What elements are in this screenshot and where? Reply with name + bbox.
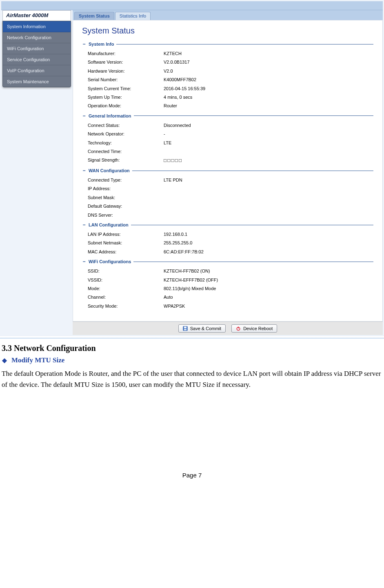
label: IP Address: <box>82 186 164 192</box>
value: LTE PDN <box>164 177 373 183</box>
tab-statistics-info[interactable]: Statistics Info <box>115 12 151 20</box>
section-rule <box>116 44 373 44</box>
label: Network Operator: <box>82 131 164 137</box>
value: - <box>164 131 373 137</box>
section-title: WAN Configuration <box>89 168 130 173</box>
svg-marker-5 <box>2 358 7 363</box>
value: 802.11(b/g/n) Mixed Mode <box>164 286 373 292</box>
value: KZTECH-FF7B02 (ON) <box>164 268 373 274</box>
value <box>164 195 373 201</box>
sidebar-item-service-configuration[interactable]: Service Configuration <box>3 54 71 65</box>
panel-system-status: System Status − System Info Manufacturer… <box>73 20 383 322</box>
value: 6C:AD:EF:FF:7B:02 <box>164 249 373 255</box>
section-title: WiFi Configurations <box>89 259 131 264</box>
label: Security Mode: <box>82 303 164 309</box>
router-admin-screenshot: AirMaster 4000M System Information Netwo… <box>0 0 384 336</box>
footer-toolbar: Save & Commit Device Reboot <box>73 322 383 335</box>
value: WPA2PSK <box>164 303 373 309</box>
value: KZTECH <box>164 51 373 57</box>
signal-strength-icon: □□□□□ <box>164 157 373 164</box>
value: V2.0.0B1317 <box>164 59 373 65</box>
sidebar: AirMaster 4000M System Information Netwo… <box>1 10 73 87</box>
value <box>164 149 373 155</box>
label: System Up Time: <box>82 94 164 100</box>
doc-paragraph: The default Operation Mode is Router, an… <box>2 368 382 390</box>
label: Mode: <box>82 286 164 292</box>
collapse-icon[interactable]: − <box>82 259 86 264</box>
save-commit-button[interactable]: Save & Commit <box>178 324 226 333</box>
value: Router <box>164 103 373 109</box>
sidebar-menu: System Information Network Configuration… <box>2 21 71 87</box>
value: K4000MFF7B02 <box>164 77 373 83</box>
label: Channel: <box>82 294 164 300</box>
label: LAN IP Address: <box>82 231 164 237</box>
value: LTE <box>164 140 373 146</box>
label: VSSID: <box>82 277 164 283</box>
section-wan-configuration: − WAN Configuration Connected Type:LTE P… <box>82 168 373 220</box>
svg-rect-1 <box>184 327 186 328</box>
label: MAC Address: <box>82 249 164 255</box>
save-icon <box>183 326 188 331</box>
section-system-info: − System Info Manufacturer:KZTECH Softwa… <box>82 41 373 111</box>
app-header-bar <box>1 1 383 10</box>
section-title: General Information <box>89 113 131 118</box>
document-divider <box>0 338 384 339</box>
value: 4 mins, 0 secs <box>164 94 373 100</box>
label: Connect Status: <box>82 122 164 129</box>
main-content: System Status Statistics Info System Sta… <box>73 10 383 335</box>
document-body: 3.3 Network Configuration Modify MTU Siz… <box>0 344 384 503</box>
label: Manufacturer: <box>82 51 164 57</box>
label: Software Version: <box>82 59 164 65</box>
label: Technology: <box>82 140 164 146</box>
collapse-icon[interactable]: − <box>82 168 86 173</box>
label: System Current Time: <box>82 86 164 92</box>
value <box>164 186 373 192</box>
label: Connected Time: <box>82 149 164 155</box>
label: SSID: <box>82 268 164 274</box>
tab-system-status[interactable]: System Status <box>74 12 114 20</box>
label: Hardware Version: <box>82 68 164 74</box>
label: Operation Mode: <box>82 103 164 109</box>
value: Auto <box>164 294 373 300</box>
section-rule <box>132 171 373 171</box>
doc-subheading-row: Modify MTU Size <box>2 356 382 364</box>
section-general-information: − General Information Connect Status:Dis… <box>82 113 373 165</box>
svg-rect-2 <box>184 329 186 331</box>
section-title: LAN Configuration <box>89 222 129 227</box>
section-lan-configuration: − LAN Configuration LAN IP Address:192.1… <box>82 222 373 256</box>
device-reboot-button[interactable]: Device Reboot <box>231 324 277 333</box>
page-title: System Status <box>82 26 373 36</box>
label: Subnet Netmask: <box>82 240 164 246</box>
sidebar-item-network-configuration[interactable]: Network Configuration <box>3 32 71 43</box>
page-number: Page 7 <box>2 472 382 479</box>
device-reboot-label: Device Reboot <box>243 326 273 331</box>
label: Serial Number: <box>82 77 164 83</box>
diamond-bullet-icon <box>2 357 7 363</box>
power-icon <box>236 326 241 331</box>
label: Signal Strength: <box>82 157 164 164</box>
section-wifi-configurations: − WiFi Configurations SSID:KZTECH-FF7B02… <box>82 259 373 311</box>
label: DNS Server: <box>82 212 164 218</box>
value <box>164 212 373 218</box>
value: 2016-04-15 16:55:39 <box>164 86 373 92</box>
label: Default Gateway: <box>82 203 164 209</box>
value: KZTECH-EFFF7B02 (OFF) <box>164 277 373 283</box>
collapse-icon[interactable]: − <box>82 222 86 228</box>
section-rule <box>131 225 373 225</box>
sidebar-item-voip-configuration[interactable]: VoIP Configuration <box>3 65 71 76</box>
tab-strip: System Status Statistics Info <box>73 10 383 20</box>
collapse-icon[interactable]: − <box>82 113 86 119</box>
sidebar-item-system-information[interactable]: System Information <box>3 21 71 32</box>
sidebar-item-wifi-configuration[interactable]: WiFi Configuration <box>3 43 71 54</box>
value: 255.255.255.0 <box>164 240 373 246</box>
section-rule <box>133 262 373 262</box>
section-rule <box>134 115 373 116</box>
save-commit-label: Save & Commit <box>190 326 221 331</box>
value <box>164 203 373 209</box>
sidebar-item-system-maintenance[interactable]: System Maintenance <box>3 76 71 87</box>
value: 192.168.0.1 <box>164 231 373 237</box>
collapse-icon[interactable]: − <box>82 41 86 47</box>
value: V2.0 <box>164 68 373 74</box>
section-title: System Info <box>89 42 114 47</box>
label: Connected Type: <box>82 177 164 183</box>
